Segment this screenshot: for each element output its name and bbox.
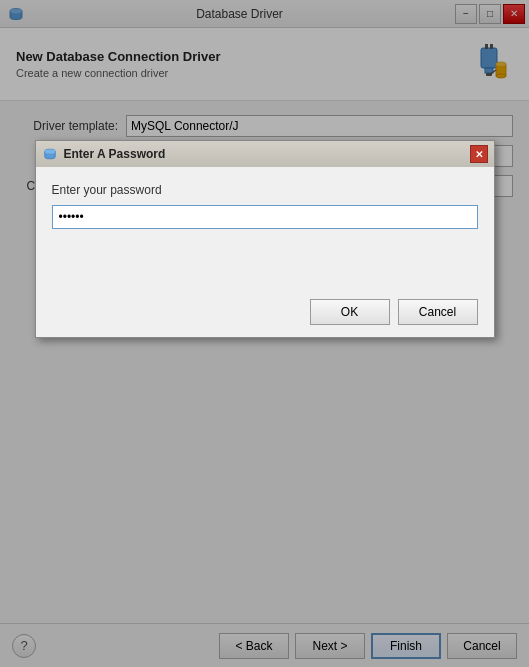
modal-title-bar: Enter A Password ✕ bbox=[36, 141, 494, 167]
ok-button[interactable]: OK bbox=[310, 299, 390, 325]
modal-title-left: Enter A Password bbox=[42, 146, 166, 162]
password-dialog: Enter A Password ✕ Enter your password O… bbox=[35, 140, 495, 338]
cancel-button[interactable]: Cancel bbox=[398, 299, 478, 325]
password-prompt: Enter your password bbox=[52, 183, 478, 197]
password-input[interactable] bbox=[52, 205, 478, 229]
svg-point-13 bbox=[44, 149, 55, 153]
modal-overlay: Enter A Password ✕ Enter your password O… bbox=[0, 0, 529, 667]
modal-buttons: OK Cancel bbox=[36, 291, 494, 337]
modal-app-icon bbox=[42, 146, 58, 162]
modal-close-button[interactable]: ✕ bbox=[470, 145, 488, 163]
modal-title: Enter A Password bbox=[64, 147, 166, 161]
modal-spacer bbox=[52, 229, 478, 279]
modal-body: Enter your password bbox=[36, 167, 494, 291]
